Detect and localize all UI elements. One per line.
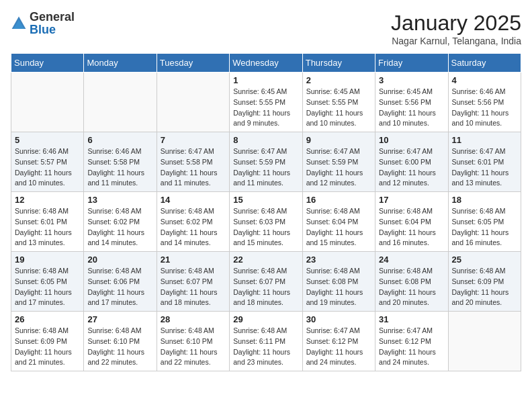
calendar-day-cell: 7 Sunrise: 6:47 AMSunset: 5:58 PMDayligh… (157, 132, 229, 192)
day-number: 18 (452, 195, 517, 205)
day-number: 5 (15, 135, 80, 145)
calendar-day-cell: 3 Sunrise: 6:45 AMSunset: 5:56 PMDayligh… (375, 73, 448, 132)
calendar-day-cell: 16 Sunrise: 6:48 AMSunset: 6:04 PMDaylig… (302, 192, 375, 252)
calendar-day-cell: 29 Sunrise: 6:48 AMSunset: 6:11 PMDaylig… (230, 312, 302, 371)
logo: General Blue (11, 11, 75, 36)
day-number: 17 (379, 195, 444, 205)
weekday-header: Saturday (448, 54, 521, 73)
day-number: 6 (87, 135, 152, 145)
day-info: Sunrise: 6:48 AMSunset: 6:05 PMDaylight:… (15, 266, 80, 308)
day-number: 26 (15, 314, 80, 324)
day-number: 7 (161, 135, 226, 145)
calendar-day-cell: 4 Sunrise: 6:46 AMSunset: 5:56 PMDayligh… (448, 73, 521, 132)
day-number: 15 (233, 195, 298, 205)
day-number: 22 (233, 255, 298, 265)
calendar-day-cell: 26 Sunrise: 6:48 AMSunset: 6:09 PMDaylig… (11, 312, 84, 371)
calendar-week-row: 26 Sunrise: 6:48 AMSunset: 6:09 PMDaylig… (11, 312, 521, 371)
calendar-day-cell: 17 Sunrise: 6:48 AMSunset: 6:04 PMDaylig… (375, 192, 448, 252)
calendar-day-cell: 25 Sunrise: 6:48 AMSunset: 6:09 PMDaylig… (448, 252, 521, 312)
day-number: 14 (161, 195, 226, 205)
day-info: Sunrise: 6:48 AMSunset: 6:08 PMDaylight:… (379, 266, 444, 308)
calendar-day-cell: 27 Sunrise: 6:48 AMSunset: 6:10 PMDaylig… (84, 312, 157, 371)
calendar-week-row: 19 Sunrise: 6:48 AMSunset: 6:05 PMDaylig… (11, 252, 521, 312)
weekday-header: Thursday (302, 54, 375, 73)
day-number: 12 (15, 195, 80, 205)
month-title: January 2025 (391, 11, 521, 36)
weekday-header: Friday (375, 54, 448, 73)
calendar-day-cell: 2 Sunrise: 6:45 AMSunset: 5:55 PMDayligh… (302, 73, 375, 132)
location-subtitle: Nagar Karnul, Telangana, India (391, 36, 521, 46)
day-info: Sunrise: 6:48 AMSunset: 6:11 PMDaylight:… (233, 326, 298, 368)
day-number: 31 (379, 314, 444, 324)
calendar-day-cell: 6 Sunrise: 6:46 AMSunset: 5:58 PMDayligh… (84, 132, 157, 192)
day-info: Sunrise: 6:48 AMSunset: 6:02 PMDaylight:… (87, 206, 152, 248)
weekday-header: Sunday (11, 54, 84, 73)
day-number: 30 (306, 314, 371, 324)
weekday-header: Wednesday (230, 54, 302, 73)
calendar-day-cell: 24 Sunrise: 6:48 AMSunset: 6:08 PMDaylig… (375, 252, 448, 312)
day-info: Sunrise: 6:47 AMSunset: 6:00 PMDaylight:… (379, 146, 444, 189)
day-number: 23 (306, 255, 371, 265)
day-number: 27 (87, 314, 152, 324)
day-info: Sunrise: 6:48 AMSunset: 6:07 PMDaylight:… (161, 266, 226, 308)
calendar-week-row: 12 Sunrise: 6:48 AMSunset: 6:01 PMDaylig… (11, 192, 521, 252)
day-number: 11 (452, 135, 517, 145)
calendar-day-cell (157, 73, 229, 132)
calendar-day-cell (448, 312, 521, 371)
day-number: 8 (233, 135, 298, 145)
day-number: 2 (306, 75, 371, 85)
weekday-header: Tuesday (157, 54, 229, 73)
calendar-day-cell: 15 Sunrise: 6:48 AMSunset: 6:03 PMDaylig… (230, 192, 302, 252)
day-number: 21 (161, 255, 226, 265)
page-header: General Blue January 2025 Nagar Karnul, … (11, 11, 521, 46)
calendar-day-cell: 14 Sunrise: 6:48 AMSunset: 6:02 PMDaylig… (157, 192, 229, 252)
day-number: 4 (452, 75, 517, 85)
day-info: Sunrise: 6:48 AMSunset: 6:10 PMDaylight:… (161, 326, 226, 368)
logo-icon (11, 15, 27, 32)
calendar-day-cell: 30 Sunrise: 6:47 AMSunset: 6:12 PMDaylig… (302, 312, 375, 371)
day-info: Sunrise: 6:48 AMSunset: 6:02 PMDaylight:… (161, 206, 226, 248)
day-info: Sunrise: 6:45 AMSunset: 5:55 PMDaylight:… (233, 87, 298, 129)
day-info: Sunrise: 6:46 AMSunset: 5:56 PMDaylight:… (452, 87, 517, 129)
day-info: Sunrise: 6:48 AMSunset: 6:06 PMDaylight:… (87, 266, 152, 308)
calendar-day-cell: 20 Sunrise: 6:48 AMSunset: 6:06 PMDaylig… (84, 252, 157, 312)
day-info: Sunrise: 6:48 AMSunset: 6:04 PMDaylight:… (306, 206, 371, 248)
day-info: Sunrise: 6:47 AMSunset: 6:01 PMDaylight:… (452, 146, 517, 189)
day-info: Sunrise: 6:48 AMSunset: 6:03 PMDaylight:… (233, 206, 298, 248)
day-number: 19 (15, 255, 80, 265)
day-info: Sunrise: 6:48 AMSunset: 6:05 PMDaylight:… (452, 206, 517, 248)
calendar-day-cell: 21 Sunrise: 6:48 AMSunset: 6:07 PMDaylig… (157, 252, 229, 312)
day-number: 28 (161, 314, 226, 324)
calendar-day-cell: 18 Sunrise: 6:48 AMSunset: 6:05 PMDaylig… (448, 192, 521, 252)
day-info: Sunrise: 6:46 AMSunset: 5:58 PMDaylight:… (87, 146, 152, 189)
day-info: Sunrise: 6:47 AMSunset: 5:59 PMDaylight:… (233, 146, 298, 189)
weekday-header: Monday (84, 54, 157, 73)
day-info: Sunrise: 6:48 AMSunset: 6:08 PMDaylight:… (306, 266, 371, 308)
day-number: 24 (379, 255, 444, 265)
day-info: Sunrise: 6:48 AMSunset: 6:04 PMDaylight:… (379, 206, 444, 248)
calendar-day-cell: 10 Sunrise: 6:47 AMSunset: 6:00 PMDaylig… (375, 132, 448, 192)
day-number: 1 (233, 75, 298, 85)
day-number: 20 (87, 255, 152, 265)
day-number: 10 (379, 135, 444, 145)
day-info: Sunrise: 6:48 AMSunset: 6:09 PMDaylight:… (452, 266, 517, 308)
calendar-day-cell: 23 Sunrise: 6:48 AMSunset: 6:08 PMDaylig… (302, 252, 375, 312)
day-info: Sunrise: 6:47 AMSunset: 6:12 PMDaylight:… (306, 326, 371, 368)
day-info: Sunrise: 6:48 AMSunset: 6:09 PMDaylight:… (15, 326, 80, 368)
day-number: 3 (379, 75, 444, 85)
title-section: January 2025 Nagar Karnul, Telangana, In… (391, 11, 521, 46)
calendar-header-row: SundayMondayTuesdayWednesdayThursdayFrid… (11, 54, 521, 73)
day-number: 25 (452, 255, 517, 265)
day-info: Sunrise: 6:46 AMSunset: 5:57 PMDaylight:… (15, 146, 80, 189)
day-info: Sunrise: 6:45 AMSunset: 5:56 PMDaylight:… (379, 87, 444, 129)
calendar-day-cell: 22 Sunrise: 6:48 AMSunset: 6:07 PMDaylig… (230, 252, 302, 312)
calendar-week-row: 1 Sunrise: 6:45 AMSunset: 5:55 PMDayligh… (11, 73, 521, 132)
calendar-day-cell (11, 73, 84, 132)
day-number: 29 (233, 314, 298, 324)
day-number: 13 (87, 195, 152, 205)
day-number: 16 (306, 195, 371, 205)
calendar-day-cell (84, 73, 157, 132)
calendar-day-cell: 11 Sunrise: 6:47 AMSunset: 6:01 PMDaylig… (448, 132, 521, 192)
calendar-day-cell: 28 Sunrise: 6:48 AMSunset: 6:10 PMDaylig… (157, 312, 229, 371)
day-info: Sunrise: 6:48 AMSunset: 6:01 PMDaylight:… (15, 206, 80, 248)
